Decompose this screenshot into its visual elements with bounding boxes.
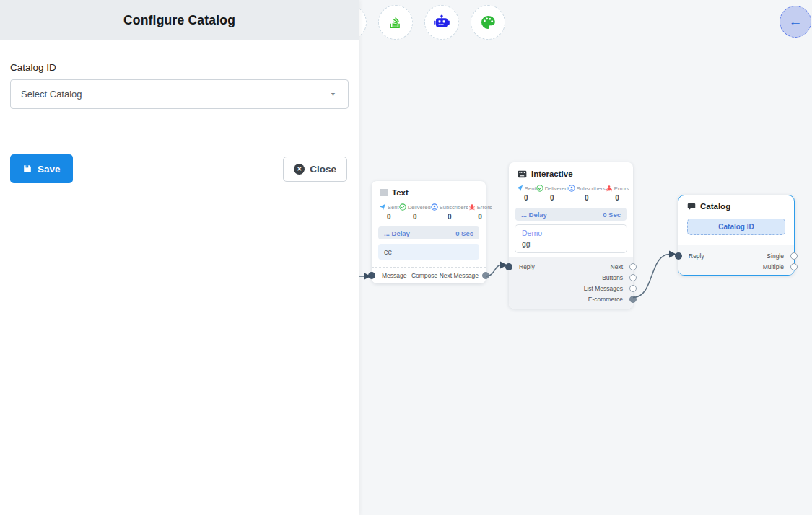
card-body: gg [522, 239, 620, 248]
close-icon: ✕ [294, 164, 305, 175]
interactive-message-card[interactable]: Demo gg [515, 224, 627, 253]
footer-row: Reply Single [678, 250, 794, 261]
arrow-left-icon: ← [789, 14, 803, 30]
output-label-next: Next [611, 263, 623, 270]
delivered-icon [399, 203, 406, 211]
errors-icon [468, 203, 476, 211]
card-title: Demo [522, 229, 620, 237]
input-port-reply[interactable] [505, 263, 512, 270]
flow-canvas[interactable]: ← Text Sent 0 Delivered [359, 0, 812, 515]
stack-icon [388, 14, 403, 30]
footer-row: Multiple [678, 261, 794, 272]
sent-icon [379, 203, 386, 211]
output-port-single[interactable] [790, 252, 798, 260]
sent-icon [516, 185, 523, 192]
output-port-ecommerce[interactable] [629, 296, 637, 303]
output-port-multiple[interactable] [790, 263, 798, 270]
delay-bar[interactable]: ... Delay 0 Sec [515, 208, 627, 221]
stat-subscribers: Subscribers 0 [431, 203, 468, 221]
robot-icon [433, 14, 450, 31]
node-interactive-header: Interactive [509, 162, 633, 182]
delay-value: 0 Sec [603, 211, 621, 219]
keyboard-icon [518, 170, 527, 178]
node-interactive-footer: Reply Next Buttons List Messages E-comme… [509, 257, 633, 309]
node-catalog-footer: Reply Single Multiple [678, 245, 794, 275]
output-port-list-messages[interactable] [629, 285, 637, 292]
subscribers-icon [431, 203, 438, 211]
output-port-next[interactable] [629, 263, 637, 270]
stat-delivered: Delivered 0 [536, 185, 568, 202]
delay-label: ... Delay [384, 229, 410, 237]
footer-row: List Messages [509, 283, 633, 294]
catalog-select[interactable]: Select Catalog ▼ [10, 79, 349, 109]
node-interactive-stats: Sent 0 Delivered 0 Subscribers [509, 182, 633, 202]
catalog-id-button[interactable]: Catalog ID [687, 219, 785, 235]
save-button[interactable]: Save [10, 154, 73, 183]
chevron-down-icon: ▼ [330, 92, 336, 97]
footer-row: E-commerce [509, 294, 633, 304]
stat-sent: Sent 0 [516, 185, 536, 202]
save-button-label: Save [38, 164, 61, 175]
chat-bubble-icon [687, 203, 696, 211]
page-title: Configure Catalog [123, 13, 235, 28]
output-port-buttons[interactable] [629, 274, 637, 281]
stat-delivered: Delivered 0 [399, 203, 431, 221]
toolbar-button-stack[interactable] [378, 5, 413, 40]
node-catalog-title: Catalog [700, 202, 730, 211]
toolbar-button-hidden[interactable] [359, 5, 367, 40]
message-preview[interactable]: ee [378, 244, 479, 260]
node-catalog[interactable]: Catalog Catalog ID Reply Single Multiple [678, 195, 795, 276]
palette-icon [479, 14, 497, 31]
delay-value: 0 Sec [455, 229, 473, 237]
node-catalog-header: Catalog [678, 195, 794, 214]
panel-actions: Save ✕ Close [0, 141, 359, 183]
node-interactive-title: Interactive [531, 170, 573, 178]
reply-input-label: Reply [519, 263, 535, 270]
footer-row: Buttons [509, 272, 633, 283]
toolbar-button-robot[interactable] [424, 5, 459, 40]
catalog-id-label: Catalog ID [10, 62, 349, 73]
toolbar-button-palette[interactable] [471, 5, 505, 40]
save-icon [22, 164, 32, 174]
delay-label: ... Delay [521, 211, 547, 219]
node-text-header: Text [372, 181, 486, 201]
stat-errors: Errors 0 [606, 185, 629, 202]
node-interactive[interactable]: Interactive Sent 0 Delivered 0 [509, 162, 633, 309]
compose-next-message-label: Compose Next Message [411, 272, 479, 279]
edge-ecommerce-to-reply [633, 255, 670, 298]
panel-body: Catalog ID Select Catalog ▼ [0, 40, 359, 109]
close-button-label: Close [310, 164, 336, 175]
errors-icon [606, 185, 613, 192]
back-button[interactable]: ← [780, 6, 811, 38]
text-node-icon [380, 189, 388, 196]
close-button[interactable]: ✕ Close [283, 157, 347, 182]
output-label-ecommerce: E-commerce [588, 296, 623, 303]
node-text-stats: Sent 0 Delivered 0 Subscribers [372, 201, 486, 221]
configure-panel: Configure Catalog Catalog ID Select Cata… [0, 0, 359, 515]
delay-bar[interactable]: ... Delay 0 Sec [378, 226, 479, 239]
node-text[interactable]: Text Sent 0 Delivered 0 [372, 181, 486, 283]
input-port-message[interactable] [368, 272, 375, 279]
subscribers-icon [568, 185, 575, 192]
message-input-label: Message [382, 272, 407, 279]
input-port-reply[interactable] [675, 252, 682, 260]
output-label-single: Single [767, 252, 784, 260]
output-port-compose-next-message[interactable] [482, 272, 489, 279]
output-label-list-messages: List Messages [584, 285, 623, 292]
output-label-multiple: Multiple [763, 263, 784, 270]
catalog-select-value: Select Catalog [21, 89, 82, 100]
node-text-footer: Message Compose Next Message [372, 267, 486, 283]
stat-sent: Sent 0 [379, 203, 399, 221]
delivered-icon [536, 185, 543, 192]
stat-errors: Errors 0 [468, 203, 492, 221]
output-label-buttons: Buttons [602, 274, 623, 281]
reply-input-label: Reply [689, 252, 704, 260]
app: Configure Catalog Catalog ID Select Cata… [0, 0, 812, 515]
panel-header: Configure Catalog [0, 0, 359, 40]
stat-subscribers: Subscribers 0 [568, 185, 606, 202]
node-text-title: Text [392, 188, 409, 197]
footer-row: Reply Next [509, 261, 633, 272]
